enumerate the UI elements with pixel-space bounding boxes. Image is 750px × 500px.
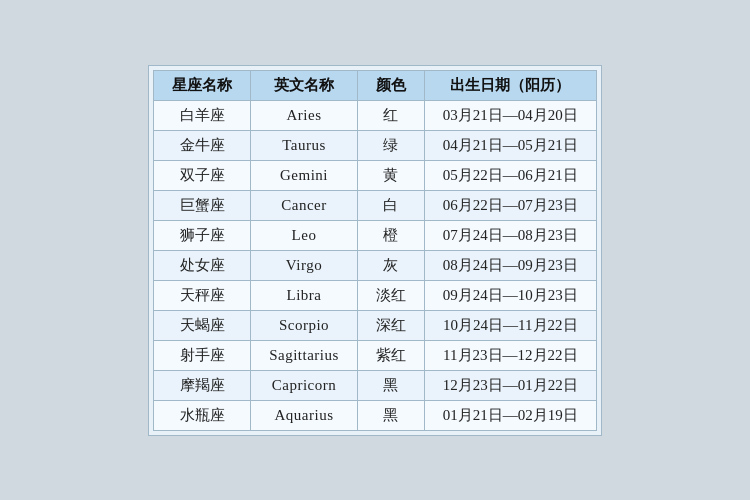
table-row: 巨蟹座Cancer白06月22日—07月23日 (154, 190, 597, 220)
cell-color: 灰 (357, 250, 424, 280)
cell-color: 深红 (357, 310, 424, 340)
cell-dates: 11月23日—12月22日 (424, 340, 596, 370)
cell-english: Virgo (251, 250, 358, 280)
cell-chinese: 摩羯座 (154, 370, 251, 400)
cell-english: Cancer (251, 190, 358, 220)
cell-english: Leo (251, 220, 358, 250)
cell-color: 黑 (357, 400, 424, 430)
cell-chinese: 天秤座 (154, 280, 251, 310)
cell-color: 黄 (357, 160, 424, 190)
cell-color: 白 (357, 190, 424, 220)
cell-english: Scorpio (251, 310, 358, 340)
cell-color: 绿 (357, 130, 424, 160)
cell-english: Gemini (251, 160, 358, 190)
col-header-chinese: 星座名称 (154, 70, 251, 100)
table-row: 处女座Virgo灰08月24日—09月23日 (154, 250, 597, 280)
cell-dates: 10月24日—11月22日 (424, 310, 596, 340)
cell-dates: 01月21日—02月19日 (424, 400, 596, 430)
cell-english: Taurus (251, 130, 358, 160)
table-body: 白羊座Aries红03月21日—04月20日金牛座Taurus绿04月21日—0… (154, 100, 597, 430)
cell-chinese: 金牛座 (154, 130, 251, 160)
cell-chinese: 射手座 (154, 340, 251, 370)
table-row: 狮子座Leo橙07月24日—08月23日 (154, 220, 597, 250)
table-row: 摩羯座Capricorn黑12月23日—01月22日 (154, 370, 597, 400)
cell-dates: 08月24日—09月23日 (424, 250, 596, 280)
cell-dates: 12月23日—01月22日 (424, 370, 596, 400)
cell-dates: 07月24日—08月23日 (424, 220, 596, 250)
zodiac-table-container: 星座名称 英文名称 颜色 出生日期（阳历） 白羊座Aries红03月21日—04… (148, 65, 602, 436)
cell-dates: 03月21日—04月20日 (424, 100, 596, 130)
table-row: 金牛座Taurus绿04月21日—05月21日 (154, 130, 597, 160)
cell-english: Libra (251, 280, 358, 310)
table-row: 双子座Gemini黄05月22日—06月21日 (154, 160, 597, 190)
cell-dates: 05月22日—06月21日 (424, 160, 596, 190)
cell-chinese: 狮子座 (154, 220, 251, 250)
table-row: 天秤座Libra淡红09月24日—10月23日 (154, 280, 597, 310)
col-header-color: 颜色 (357, 70, 424, 100)
cell-chinese: 处女座 (154, 250, 251, 280)
cell-chinese: 白羊座 (154, 100, 251, 130)
cell-english: Capricorn (251, 370, 358, 400)
cell-english: Sagittarius (251, 340, 358, 370)
cell-color: 橙 (357, 220, 424, 250)
table-row: 白羊座Aries红03月21日—04月20日 (154, 100, 597, 130)
cell-dates: 06月22日—07月23日 (424, 190, 596, 220)
table-row: 射手座Sagittarius紫红11月23日—12月22日 (154, 340, 597, 370)
cell-color: 紫红 (357, 340, 424, 370)
col-header-dates: 出生日期（阳历） (424, 70, 596, 100)
cell-dates: 04月21日—05月21日 (424, 130, 596, 160)
cell-chinese: 天蝎座 (154, 310, 251, 340)
table-header-row: 星座名称 英文名称 颜色 出生日期（阳历） (154, 70, 597, 100)
cell-chinese: 巨蟹座 (154, 190, 251, 220)
cell-color: 黑 (357, 370, 424, 400)
zodiac-table: 星座名称 英文名称 颜色 出生日期（阳历） 白羊座Aries红03月21日—04… (153, 70, 597, 431)
cell-chinese: 水瓶座 (154, 400, 251, 430)
table-row: 水瓶座Aquarius黑01月21日—02月19日 (154, 400, 597, 430)
cell-english: Aries (251, 100, 358, 130)
table-row: 天蝎座Scorpio深红10月24日—11月22日 (154, 310, 597, 340)
col-header-english: 英文名称 (251, 70, 358, 100)
cell-dates: 09月24日—10月23日 (424, 280, 596, 310)
cell-english: Aquarius (251, 400, 358, 430)
cell-color: 淡红 (357, 280, 424, 310)
cell-color: 红 (357, 100, 424, 130)
cell-chinese: 双子座 (154, 160, 251, 190)
